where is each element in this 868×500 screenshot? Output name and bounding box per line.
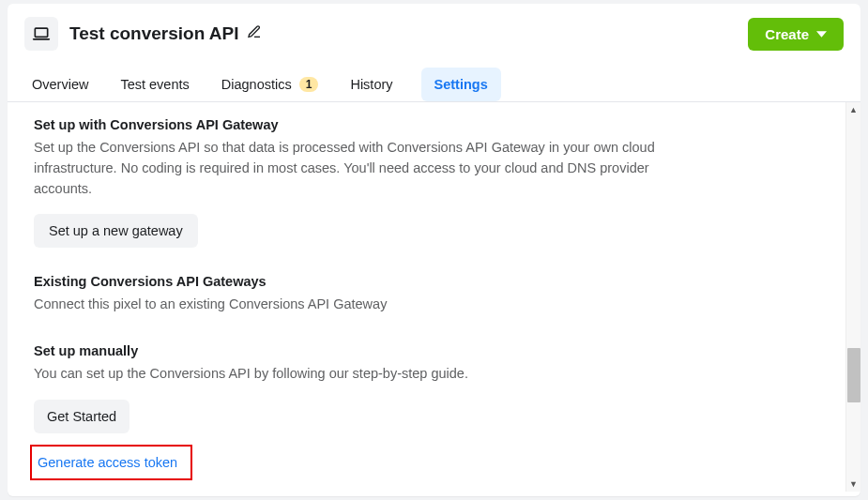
generate-access-token-link[interactable]: Generate access token [38, 455, 177, 470]
setup-gateway-button[interactable]: Set up a new gateway [34, 214, 198, 248]
manual-heading: Set up manually [34, 343, 834, 358]
tab-overview[interactable]: Overview [28, 68, 92, 101]
existing-desc: Connect this pixel to an existing Conver… [34, 295, 672, 315]
gateway-desc: Set up the Conversions API so that data … [34, 138, 672, 199]
highlight-box: Generate access token [30, 445, 192, 480]
tab-diagnostics-label: Diagnostics [221, 77, 292, 92]
scroll-down-arrow[interactable]: ▼ [846, 477, 860, 492]
scroll-up-arrow[interactable]: ▲ [846, 102, 860, 117]
tab-settings[interactable]: Settings [421, 68, 501, 101]
laptop-icon [32, 24, 51, 43]
edit-title-button[interactable] [247, 24, 262, 43]
tab-history[interactable]: History [346, 68, 396, 101]
content-wrapper: Set up with Conversions API Gateway Set … [8, 102, 860, 492]
existing-heading: Existing Conversions API Gateways [34, 274, 834, 289]
tab-test-events[interactable]: Test events [116, 68, 192, 101]
get-started-button[interactable]: Get Started [34, 400, 129, 433]
manual-desc: You can set up the Conversions API by fo… [34, 364, 672, 385]
tab-bar: Overview Test events Diagnostics 1 Histo… [8, 60, 860, 102]
create-button-label: Create [765, 26, 809, 42]
diagnostics-badge: 1 [299, 77, 319, 92]
tab-diagnostics[interactable]: Diagnostics 1 [218, 68, 323, 101]
page-title: Test conversion API [69, 23, 239, 44]
pencil-icon [247, 24, 262, 39]
svg-rect-0 [35, 28, 47, 37]
scrollbar[interactable]: ▲ ▼ [845, 102, 860, 492]
gateway-heading: Set up with Conversions API Gateway [34, 117, 834, 132]
panel-header: Test conversion API Create [8, 4, 860, 60]
settings-content: Set up with Conversions API Gateway Set … [8, 102, 860, 492]
chevron-down-icon [816, 29, 827, 39]
scrollbar-thumb[interactable] [847, 348, 860, 402]
create-button[interactable]: Create [748, 18, 844, 51]
pixel-type-icon [24, 17, 58, 51]
settings-panel: Test conversion API Create Overview Test… [8, 4, 860, 496]
